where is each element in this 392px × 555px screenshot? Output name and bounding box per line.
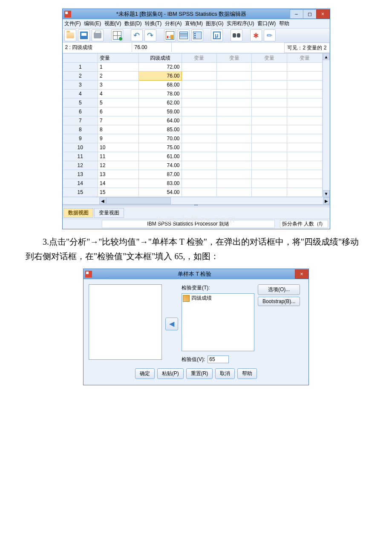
cell-empty[interactable] — [182, 161, 216, 170]
col-header-empty-4[interactable]: 变量 — [287, 54, 322, 63]
cell-var[interactable]: 14 — [98, 179, 138, 188]
table-row[interactable]: 4478.00 — [63, 90, 322, 98]
cell-empty[interactable] — [217, 98, 252, 107]
menu-help[interactable]: 帮助 — [279, 20, 289, 26]
cell-empty[interactable] — [217, 188, 252, 197]
menu-data[interactable]: 数据(D) — [124, 20, 142, 26]
cell-empty[interactable] — [182, 81, 216, 90]
cell-empty[interactable] — [287, 116, 322, 125]
row-number[interactable]: 10 — [63, 143, 98, 152]
open-button[interactable] — [64, 29, 76, 41]
row-number[interactable]: 8 — [63, 125, 98, 134]
table-row[interactable]: 121274.00 — [63, 161, 322, 170]
cell-var[interactable]: 2 — [98, 72, 138, 81]
print-button[interactable] — [92, 29, 104, 41]
cell-empty[interactable] — [182, 107, 216, 116]
table-row[interactable]: 1172.00 — [63, 63, 322, 72]
vertical-scrollbar[interactable]: ▲ ▼ — [323, 53, 330, 197]
dialog-close-button[interactable]: × — [295, 269, 308, 279]
cell-empty[interactable] — [217, 63, 252, 72]
cell-var[interactable]: 6 — [98, 107, 138, 116]
hscroll-thumb[interactable] — [106, 197, 171, 204]
cell-empty[interactable] — [217, 116, 252, 125]
active-cell-value[interactable]: 76.00 — [132, 43, 172, 52]
test-variable-item[interactable]: 四级成绩 — [183, 295, 253, 302]
tab-variable-view[interactable]: 变量视图 — [94, 208, 124, 218]
cell-var[interactable]: 12 — [98, 161, 138, 170]
menu-util[interactable]: 实用程序(U) — [227, 20, 254, 26]
cell-var[interactable]: 11 — [98, 152, 138, 161]
cell-score[interactable]: 74.00 — [138, 161, 182, 170]
paste-button[interactable]: 粘贴(P) — [157, 368, 184, 379]
cell-score[interactable]: 64.00 — [138, 116, 182, 125]
cell-empty[interactable] — [252, 143, 287, 152]
cell-var[interactable]: 1 — [98, 63, 138, 72]
row-number[interactable]: 2 — [63, 72, 98, 81]
cell-empty[interactable] — [182, 125, 216, 134]
cell-empty[interactable] — [287, 90, 322, 98]
cell-empty[interactable] — [182, 134, 216, 143]
cell-empty[interactable] — [182, 98, 216, 107]
cell-empty[interactable] — [287, 143, 322, 152]
cell-empty[interactable] — [252, 170, 287, 179]
row-number[interactable]: 14 — [63, 179, 98, 188]
cell-empty[interactable] — [217, 125, 252, 134]
find-button[interactable] — [231, 29, 242, 41]
table-row[interactable]: 8885.00 — [63, 125, 322, 134]
data-table[interactable]: 变量 四级成绩 变量 变量 变量 变量 1172.002276.003368.0… — [63, 53, 323, 197]
cell-empty[interactable] — [287, 170, 322, 179]
menu-direct[interactable]: 直销(M) — [185, 20, 203, 26]
cell-score[interactable]: 83.00 — [138, 179, 182, 188]
cell-score[interactable]: 78.00 — [138, 90, 182, 98]
cell-var[interactable]: 10 — [98, 143, 138, 152]
cell-empty[interactable] — [217, 143, 252, 152]
row-number[interactable]: 4 — [63, 90, 98, 98]
row-number[interactable]: 12 — [63, 161, 98, 170]
undo-button[interactable]: ↶ — [131, 29, 143, 41]
cell-score[interactable]: 76.00 — [138, 72, 182, 81]
table-row[interactable]: 131387.00 — [63, 170, 322, 179]
row-number[interactable]: 1 — [63, 63, 98, 72]
cell-empty[interactable] — [252, 90, 287, 98]
col-header-var[interactable]: 变量 — [98, 54, 138, 63]
cell-empty[interactable] — [182, 179, 216, 188]
table-row[interactable]: 141483.00 — [63, 179, 322, 188]
menu-edit[interactable]: 编辑(E) — [84, 20, 101, 26]
cell-empty[interactable] — [287, 134, 322, 143]
table-row[interactable]: 151554.00 — [63, 188, 322, 197]
cell-empty[interactable] — [252, 188, 287, 197]
cell-var[interactable]: 13 — [98, 170, 138, 179]
table-row[interactable]: 111161.00 — [63, 152, 322, 161]
scroll-left-icon[interactable]: ◀ — [99, 197, 106, 204]
col-header-empty-2[interactable]: 变量 — [217, 54, 252, 63]
menu-view[interactable]: 视图(V) — [104, 20, 121, 26]
cell-score[interactable]: 54.00 — [138, 188, 182, 197]
cell-empty[interactable] — [252, 63, 287, 72]
cell-empty[interactable] — [287, 63, 322, 72]
cell-score[interactable]: 68.00 — [138, 81, 182, 90]
cell-empty[interactable] — [287, 152, 322, 161]
cell-var[interactable]: 4 — [98, 90, 138, 98]
cell-empty[interactable] — [287, 125, 322, 134]
cell-empty[interactable] — [252, 72, 287, 81]
menu-transform[interactable]: 转换(T) — [145, 20, 161, 26]
cell-empty[interactable] — [287, 81, 322, 90]
cell-empty[interactable] — [252, 134, 287, 143]
scroll-up-icon[interactable]: ▲ — [323, 53, 330, 60]
cell-score[interactable]: 59.00 — [138, 107, 182, 116]
cell-score[interactable]: 70.00 — [138, 134, 182, 143]
cell-empty[interactable] — [217, 134, 252, 143]
cell-score[interactable]: 87.00 — [138, 170, 182, 179]
value-labels-button[interactable]: ✎ — [264, 29, 276, 41]
cell-empty[interactable] — [287, 72, 322, 81]
cancel-button[interactable]: 取消 — [215, 368, 235, 379]
cell-empty[interactable] — [287, 179, 322, 188]
col-header-empty-1[interactable]: 变量 — [182, 54, 216, 63]
ok-button[interactable]: 确定 — [135, 368, 155, 379]
cell-empty[interactable] — [217, 152, 252, 161]
table-row[interactable]: 9970.00 — [63, 134, 322, 143]
cell-empty[interactable] — [217, 107, 252, 116]
scroll-down-icon[interactable]: ▼ — [323, 190, 330, 197]
recall-dialog-button[interactable] — [111, 29, 123, 41]
cell-var[interactable]: 5 — [98, 98, 138, 107]
